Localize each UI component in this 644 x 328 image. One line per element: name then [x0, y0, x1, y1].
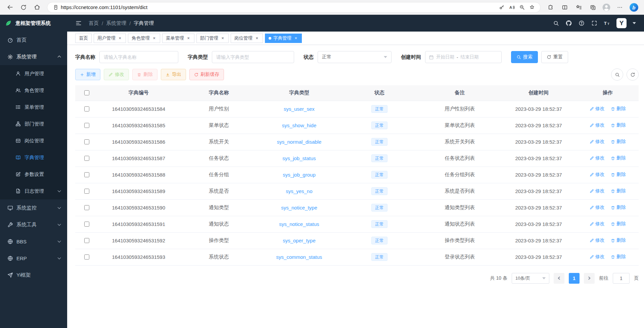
row-checkbox[interactable] [84, 172, 89, 177]
sidebar-item-bbs[interactable]: BBS [0, 233, 67, 250]
tab[interactable]: 用户管理 [94, 34, 126, 43]
dict-type-link[interactable]: sys_yes_no [286, 188, 312, 194]
github-button[interactable] [565, 20, 572, 27]
row-checkbox[interactable] [84, 189, 89, 194]
url-text[interactable]: https://ccnetcore.com:1101/system/dict [61, 4, 497, 10]
tab-close-icon[interactable] [293, 36, 298, 41]
export-button[interactable]: 导出 [161, 69, 186, 80]
edit-button[interactable]: 修改 [104, 69, 129, 80]
tab[interactable]: 首页 [75, 34, 92, 43]
tab-close-icon[interactable] [118, 36, 122, 41]
row-checkbox[interactable] [84, 139, 89, 144]
dict-type-link[interactable]: sys_notice_type [281, 205, 317, 210]
row-edit-link[interactable]: 修改 [590, 254, 605, 260]
address-bar[interactable]: https://ccnetcore.com:1101/system/dict A [47, 2, 541, 13]
browser-menu-button[interactable] [614, 2, 626, 13]
tab[interactable]: 角色管理 [128, 34, 160, 43]
dict-type-link[interactable]: sys_oper_type [283, 238, 316, 243]
sidebar-item-depts[interactable]: 部门管理 [0, 115, 67, 132]
dict-type-input[interactable] [212, 51, 294, 63]
row-edit-link[interactable]: 修改 [590, 188, 605, 194]
dict-type-link[interactable]: sys_show_hide [282, 123, 317, 128]
collections-button[interactable] [587, 2, 599, 13]
row-delete-link[interactable]: 删除 [611, 254, 626, 260]
row-checkbox[interactable] [84, 222, 89, 227]
row-delete-link[interactable]: 删除 [611, 139, 626, 145]
dict-type-link[interactable]: sys_job_status [282, 155, 316, 161]
row-checkbox[interactable] [84, 106, 89, 111]
row-delete-link[interactable]: 删除 [611, 122, 626, 128]
breadcrumb-system[interactable]: 系统管理 [106, 20, 126, 27]
status-select[interactable]: 正常 [318, 51, 392, 63]
sidebar-toggle-button[interactable] [75, 20, 82, 27]
tab-close-icon[interactable] [186, 36, 191, 41]
sidebar-item-erp[interactable]: ERP [0, 250, 67, 267]
zoom-out-icon[interactable] [517, 3, 527, 12]
sidebar-item-roles[interactable]: 角色管理 [0, 82, 67, 99]
dict-type-link[interactable]: sys_job_group [283, 172, 316, 178]
row-delete-link[interactable]: 删除 [611, 237, 626, 243]
row-delete-link[interactable]: 删除 [611, 172, 626, 178]
split-screen-button[interactable] [559, 2, 571, 13]
refresh-cache-button[interactable]: 刷新缓存 [189, 69, 224, 80]
row-delete-link[interactable]: 删除 [611, 155, 626, 161]
reset-button[interactable]: 重置 [541, 51, 568, 63]
dict-type-link[interactable]: sys_normal_disable [277, 139, 322, 145]
sidebar-item-framework[interactable]: Yi框架 [0, 267, 67, 283]
tab[interactable]: 岗位管理 [231, 34, 263, 43]
dict-type-link[interactable]: sys_common_status [276, 254, 322, 260]
tab[interactable]: 菜单管理 [162, 34, 194, 43]
user-menu-caret-icon[interactable] [633, 22, 636, 24]
toggle-search-button[interactable] [611, 68, 623, 81]
row-edit-link[interactable]: 修改 [590, 221, 605, 227]
refresh-table-button[interactable] [627, 68, 639, 81]
goto-page-input[interactable] [613, 273, 630, 284]
row-delete-link[interactable]: 删除 [611, 188, 626, 194]
refresh-button[interactable] [17, 2, 30, 13]
help-button[interactable] [578, 20, 585, 27]
row-checkbox[interactable] [84, 205, 89, 210]
sidebar-item-dict[interactable]: 字典管理 [0, 149, 67, 166]
tab-close-icon[interactable] [255, 36, 259, 41]
page-size-select[interactable]: 10条/页 [512, 273, 549, 284]
site-info-icon[interactable] [51, 3, 61, 12]
tab-close-icon[interactable] [220, 36, 225, 41]
row-delete-link[interactable]: 删除 [611, 204, 626, 210]
sidebar-item-logs[interactable]: 日志管理 [0, 183, 67, 199]
fullscreen-button[interactable] [591, 20, 598, 27]
row-edit-link[interactable]: 修改 [590, 155, 605, 161]
tab[interactable]: 部门管理 [196, 34, 229, 43]
dict-type-link[interactable]: sys_user_sex [284, 106, 315, 112]
dict-type-link[interactable]: sys_notice_status [279, 221, 319, 227]
user-avatar-logo[interactable]: Y [616, 18, 627, 28]
row-edit-link[interactable]: 修改 [590, 122, 605, 128]
search-button[interactable]: 搜索 [511, 51, 538, 63]
sidebar-item-params[interactable]: 参数设置 [0, 166, 67, 183]
add-button[interactable]: 新增 [75, 69, 100, 80]
password-key-icon[interactable] [497, 3, 507, 12]
breadcrumb-home[interactable]: 首页 [89, 20, 99, 27]
profile-avatar[interactable] [601, 2, 612, 13]
add-favorite-star-icon[interactable] [527, 3, 537, 12]
dict-name-input[interactable] [99, 51, 178, 63]
row-edit-link[interactable]: 修改 [590, 139, 605, 145]
home-button[interactable] [31, 2, 43, 13]
row-checkbox[interactable] [84, 123, 89, 128]
tab-close-icon[interactable] [152, 36, 156, 41]
row-edit-link[interactable]: 修改 [590, 237, 605, 243]
extensions-button[interactable] [545, 2, 557, 13]
font-size-button[interactable]: TT [604, 20, 610, 27]
tab[interactable]: 字典管理 [265, 34, 302, 43]
header-search-button[interactable] [553, 20, 559, 27]
prev-page-button[interactable] [554, 273, 564, 284]
row-edit-link[interactable]: 修改 [590, 204, 605, 210]
back-button[interactable] [4, 2, 16, 13]
row-checkbox[interactable] [84, 238, 89, 243]
next-page-button[interactable] [584, 273, 595, 284]
row-checkbox[interactable] [84, 254, 89, 260]
date-range-picker[interactable]: 开始日期 - 结束日期 [425, 51, 502, 63]
sidebar-item-posts[interactable]: 岗位管理 [0, 132, 67, 149]
sidebar-item-tools[interactable]: 系统工具 [0, 216, 67, 233]
row-edit-link[interactable]: 修改 [590, 106, 605, 112]
row-checkbox[interactable] [84, 156, 89, 161]
